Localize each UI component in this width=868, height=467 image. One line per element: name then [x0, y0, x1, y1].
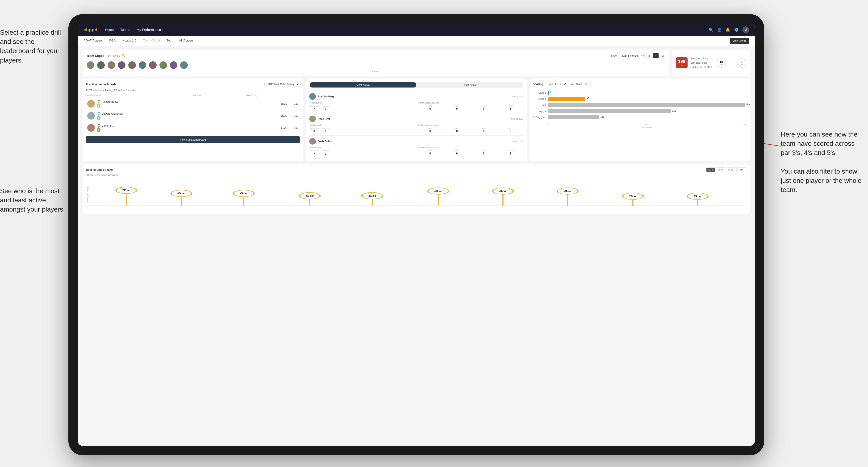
nav-home[interactable]: Home	[105, 28, 114, 32]
card-view-icon[interactable]: ⊟	[660, 53, 665, 59]
streak-ott-btn[interactable]: OTT	[706, 167, 715, 172]
bar-label-pars: Pars	[533, 104, 546, 106]
subnav-hcaps[interactable]: Hcaps 1-5	[122, 39, 136, 43]
edit-team-icon[interactable]: ✏️	[122, 54, 125, 57]
total-rounds-values-2: Tournament 8 Practice 4	[309, 127, 415, 133]
activity-stats-1: Total Rounds Tournament 7 Practice 6	[309, 102, 523, 111]
bar-value-eagles: 3	[550, 91, 551, 94]
streak-app-btn[interactable]: APP	[716, 167, 725, 172]
arg-val-3: 0	[471, 152, 497, 155]
practice-val-3: 2	[322, 152, 329, 155]
ott-val-2: 0	[417, 129, 443, 133]
streaks-subtitle: Off The Tee, Fairway Accuracy	[86, 174, 747, 177]
search-icon[interactable]: 🔍	[709, 28, 713, 32]
person-icon[interactable]: 👤	[717, 28, 722, 32]
start-lie-info: Start Lie: Rough	[690, 61, 712, 65]
y-axis-label: Fairway Accuracy	[86, 187, 89, 204]
practice-col-3: Practice 2	[322, 150, 329, 155]
activity-stats-3: Total Rounds Tournament 7 Practice 2	[309, 147, 523, 155]
most-active-tab[interactable]: Most Active	[310, 82, 416, 88]
three-col-layout: Practice Leaderboards PUTT Must Make Put…	[83, 79, 750, 161]
activity-tabs: Most Active Least Active	[309, 82, 523, 88]
putt-val-1: 1	[497, 107, 523, 111]
activity-name-3: Josh Coles	[318, 140, 509, 143]
team-players-row	[86, 61, 665, 69]
show-label: Show	[611, 54, 617, 57]
subnav-all-players[interactable]: All Players	[179, 39, 193, 43]
streaks-title: Best Round Streaks	[86, 168, 113, 172]
player-avatar-9[interactable]	[169, 61, 178, 69]
settings-icon[interactable]: ⚙️	[734, 28, 739, 32]
bar-birdies: Birdies 96	[533, 97, 747, 101]
subnav-pga[interactable]: PGA	[109, 39, 116, 43]
streak-putt-btn[interactable]: PUTT	[736, 167, 747, 172]
shot-dist-unit: sc	[678, 64, 685, 66]
bar-value-bogeys: 311	[672, 110, 676, 112]
bar-value-double-bogeys: 131	[600, 116, 604, 118]
nav-my-performance[interactable]: My Performance	[136, 28, 161, 32]
app-val-2: 0	[444, 129, 470, 133]
drill-select[interactable]: PUTT Must Make Putting	[265, 82, 300, 87]
streak-arg-btn[interactable]: ARG	[726, 167, 736, 172]
total-rounds-block-2: Total Rounds Tournament 8 Practice 4	[309, 124, 415, 133]
subnav-pgat[interactable]: PGAT Players	[84, 39, 102, 43]
least-active-tab[interactable]: Least Active	[416, 82, 523, 88]
yds-left: 16	[719, 60, 723, 64]
arg-val-2: 0	[471, 129, 497, 133]
player-avatar-2[interactable]	[97, 61, 105, 69]
medal-1: 🥇	[97, 100, 101, 103]
axis-400: 400	[743, 123, 747, 125]
bar-eagles: Eagles 3	[533, 91, 747, 95]
lb-name-3: Cameron...	[102, 124, 273, 127]
streaks-chart-container: 7x 6x 6x 5x	[86, 180, 747, 210]
player-avatar-7[interactable]	[149, 61, 157, 69]
total-practice-label-2: Total Practice Activities	[417, 124, 523, 126]
medal-3: 🥉	[97, 124, 101, 128]
lb-score-1: 19/20	[275, 102, 287, 105]
subnav-tour[interactable]: Tour	[166, 39, 173, 43]
total-rounds-values-3: Tournament 7 Practice 2	[309, 150, 415, 155]
practice-val-1: 6	[322, 107, 329, 111]
scoring-header: Scoring Par 3, 4 & 5s All Players	[533, 82, 747, 86]
player-avatar-5[interactable]	[128, 61, 136, 69]
putt-val-3: 1	[497, 152, 523, 155]
subnav-team-clippd[interactable]: Team Clippd	[143, 39, 160, 43]
bar-label-double-bogeys: D. Bogeys +	[533, 116, 546, 119]
nav-teams[interactable]: Teams	[120, 28, 130, 32]
app-col-3: APP 0	[444, 150, 470, 155]
avatar[interactable]: U	[743, 26, 749, 33]
bar-fill-double-bogeys	[548, 115, 599, 119]
player-avatar-10[interactable]	[180, 61, 188, 69]
player-avatar-8[interactable]	[159, 61, 167, 69]
col-player-header: PLAYER NAME	[87, 94, 193, 96]
total-rounds-label-2: Total Rounds	[309, 124, 415, 126]
subnav-links: PGAT Players PGA Hcaps 1-5 Team Clippd T…	[84, 39, 730, 43]
brand-logo[interactable]: clippd	[84, 27, 97, 33]
svg-text:4x: 4x	[563, 190, 572, 192]
putt-col-1: PUTT 1	[497, 105, 523, 111]
player-avatar-4[interactable]	[118, 61, 126, 69]
list-view-icon[interactable]: ≡	[653, 53, 659, 59]
grid-view-icon[interactable]: ⊞	[647, 53, 652, 59]
bar-value-birdies: 96	[586, 97, 589, 100]
par-filter-select[interactable]: Par 3, 4 & 5s	[545, 82, 567, 86]
bar-label-bogeys: Bogeys	[533, 110, 546, 113]
view-full-leaderboard-button[interactable]: View Full Leaderboard	[86, 136, 300, 143]
add-team-button[interactable]: Add Team	[730, 38, 749, 44]
scoring-title: Scoring	[533, 83, 544, 86]
player-filter-select[interactable]: All Players	[569, 82, 588, 86]
time-filter-select[interactable]: Last 3 months Last 6 months Last year	[619, 53, 645, 58]
player-avatar-3[interactable]	[107, 61, 116, 69]
player-avatar-6[interactable]	[138, 61, 147, 69]
yds-label-right: yds	[740, 64, 743, 66]
bell-icon[interactable]: 🔔	[725, 28, 730, 32]
tournament-val-2: 8	[309, 129, 319, 133]
player-avatar-1[interactable]	[86, 61, 95, 69]
activity-player-1-header: Blair McHarg 26 Aug 2023	[309, 93, 523, 100]
app-val-3: 0	[444, 152, 470, 155]
putt-val-2: 0	[497, 129, 523, 133]
rank-badge-2: 2	[97, 116, 100, 120]
bar-container-pars: 499	[548, 103, 747, 107]
col-avg-header: PB AVG SQ	[246, 94, 299, 96]
nav-icons: 🔍 👤 🔔 ⚙️ U	[709, 26, 749, 33]
